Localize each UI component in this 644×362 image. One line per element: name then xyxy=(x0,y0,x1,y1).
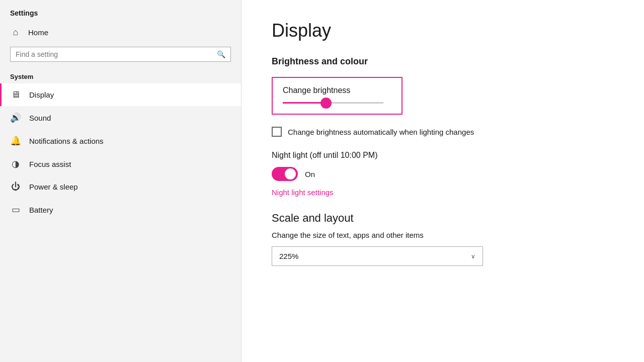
scale-dropdown-value: 225% xyxy=(279,252,298,260)
auto-brightness-label: Change brightness automatically when lig… xyxy=(288,128,474,136)
sidebar-item-power[interactable]: ⏻ Power & sleep xyxy=(0,175,241,198)
scale-description: Change the size of text, apps and other … xyxy=(272,231,614,239)
focus-icon: ◑ xyxy=(10,158,21,169)
auto-brightness-checkbox[interactable] xyxy=(272,127,282,137)
search-icon: 🔍 xyxy=(217,50,225,58)
scale-dropdown[interactable]: 225% ∨ xyxy=(272,246,483,266)
sidebar-item-display-label: Display xyxy=(29,90,54,99)
app-title: Settings xyxy=(0,0,241,22)
page-title: Display xyxy=(272,20,614,41)
sidebar-item-battery-label: Battery xyxy=(29,206,53,214)
night-light-title: Night light (off until 10:00 PM) xyxy=(272,151,614,160)
chevron-down-icon: ∨ xyxy=(471,253,475,260)
sidebar: Settings ⌂ Home 🔍 System 🖥 Display 🔊 Sou… xyxy=(0,0,242,362)
brightness-section-title: Brightness and colour xyxy=(272,56,614,67)
sidebar-item-sound[interactable]: 🔊 Sound xyxy=(0,106,241,129)
sidebar-item-display[interactable]: 🖥 Display xyxy=(0,83,241,106)
battery-icon: ▭ xyxy=(10,204,21,215)
sidebar-item-notifications-label: Notifications & actions xyxy=(29,137,104,145)
search-box: 🔍 xyxy=(10,47,231,62)
system-label: System xyxy=(0,70,241,83)
sidebar-item-focus-label: Focus assist xyxy=(29,160,71,168)
brightness-box: Change brightness xyxy=(272,77,403,115)
sidebar-item-notifications[interactable]: 🔔 Notifications & actions xyxy=(0,129,241,152)
toggle-row: On xyxy=(272,167,614,181)
home-icon: ⌂ xyxy=(10,27,21,38)
brightness-slider-container xyxy=(283,102,391,104)
power-icon: ⏻ xyxy=(10,182,21,192)
sidebar-item-battery[interactable]: ▭ Battery xyxy=(0,198,241,221)
auto-brightness-row: Change brightness automatically when lig… xyxy=(272,127,614,137)
toggle-thumb xyxy=(285,168,296,179)
night-light-settings-link[interactable]: Night light settings xyxy=(272,188,334,197)
brightness-slider[interactable] xyxy=(283,102,383,104)
sound-icon: 🔊 xyxy=(10,112,21,123)
scale-layout-title: Scale and layout xyxy=(272,212,614,225)
toggle-label: On xyxy=(305,170,315,178)
home-item[interactable]: ⌂ Home xyxy=(0,22,241,43)
sidebar-item-focus[interactable]: ◑ Focus assist xyxy=(0,152,241,175)
sidebar-item-sound-label: Sound xyxy=(29,114,51,122)
notifications-icon: 🔔 xyxy=(10,135,21,146)
search-input[interactable] xyxy=(16,50,217,58)
display-icon: 🖥 xyxy=(10,89,21,100)
brightness-label: Change brightness xyxy=(283,86,391,95)
night-light-toggle[interactable] xyxy=(272,167,298,181)
home-label: Home xyxy=(28,28,48,37)
sidebar-item-power-label: Power & sleep xyxy=(29,183,78,191)
main-content: Display Brightness and colour Change bri… xyxy=(242,0,644,362)
